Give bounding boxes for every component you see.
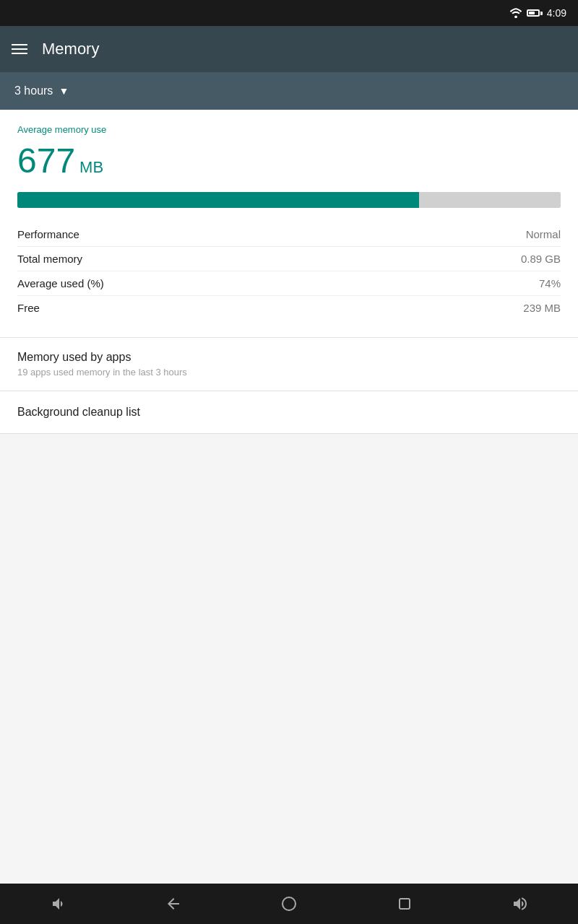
- memory-progress-fill: [17, 192, 419, 208]
- time-filter-label: 3 hours: [14, 84, 53, 97]
- memory-used-by-apps-item[interactable]: Memory used by apps 19 apps used memory …: [0, 338, 578, 391]
- stat-label-total-memory: Total memory: [17, 253, 82, 265]
- background-cleanup-title: Background cleanup list: [17, 406, 561, 419]
- hamburger-menu-button[interactable]: [12, 44, 27, 54]
- stat-row-average-used: Average used (%) 74%: [17, 271, 561, 296]
- memory-used-by-apps-subtitle: 19 apps used memory in the last 3 hours: [17, 367, 561, 378]
- battery-icon: [527, 9, 543, 17]
- memory-number: 677: [17, 141, 75, 180]
- svg-rect-2: [400, 899, 410, 909]
- stat-label-average-used: Average used (%): [17, 277, 104, 289]
- stat-value-performance: Normal: [526, 228, 561, 240]
- stat-value-free: 239 MB: [523, 302, 561, 314]
- status-icons: 4:09: [509, 7, 566, 19]
- stat-value-total-memory: 0.89 GB: [521, 253, 561, 265]
- time-filter-dropdown[interactable]: 3 hours ▼: [14, 84, 69, 97]
- stat-label-free: Free: [17, 302, 40, 314]
- filter-bar: 3 hours ▼: [0, 72, 578, 110]
- stat-row-total-memory: Total memory 0.89 GB: [17, 247, 561, 271]
- background-cleanup-item[interactable]: Background cleanup list: [0, 391, 578, 434]
- memory-card: Average memory use 677 MB Performance No…: [0, 110, 578, 338]
- recent-apps-button[interactable]: [387, 886, 422, 921]
- svg-point-0: [514, 15, 517, 18]
- app-bar: Memory: [0, 26, 578, 72]
- main-content: Average memory use 677 MB Performance No…: [0, 110, 578, 884]
- chevron-down-icon: ▼: [59, 85, 69, 97]
- stat-label-performance: Performance: [17, 228, 79, 240]
- svg-point-1: [282, 897, 296, 910]
- memory-unit: MB: [79, 158, 103, 177]
- volume-down-button[interactable]: [40, 886, 75, 921]
- bottom-nav: [0, 884, 578, 924]
- page-title: Memory: [42, 40, 99, 58]
- volume-up-button[interactable]: [503, 886, 538, 921]
- status-time: 4:09: [547, 7, 566, 19]
- memory-used-by-apps-title: Memory used by apps: [17, 351, 561, 364]
- memory-progress-bar: [17, 192, 561, 208]
- wifi-icon: [509, 8, 522, 18]
- avg-memory-label: Average memory use: [17, 124, 561, 135]
- memory-value-display: 677 MB: [17, 141, 561, 180]
- stat-value-average-used: 74%: [539, 277, 561, 289]
- home-button[interactable]: [272, 886, 306, 921]
- status-bar: 4:09: [0, 0, 578, 26]
- stats-table: Performance Normal Total memory 0.89 GB …: [17, 222, 561, 320]
- stat-row-free: Free 239 MB: [17, 296, 561, 320]
- stat-row-performance: Performance Normal: [17, 222, 561, 247]
- back-button[interactable]: [156, 886, 191, 921]
